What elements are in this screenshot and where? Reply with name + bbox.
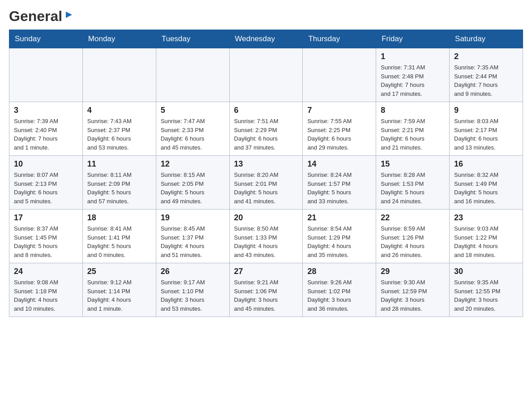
calendar-day-cell: 1Sunrise: 7:31 AM Sunset: 2:48 PM Daylig… xyxy=(376,48,450,102)
day-info: Sunrise: 9:35 AM Sunset: 12:55 PM Daylig… xyxy=(454,278,518,313)
day-number: 21 xyxy=(307,213,371,223)
calendar-day-cell: 2Sunrise: 7:35 AM Sunset: 2:44 PM Daylig… xyxy=(450,48,523,102)
calendar-week-row: 17Sunrise: 8:37 AM Sunset: 1:45 PM Dayli… xyxy=(9,210,523,263)
logo-arrow-icon xyxy=(64,10,74,21)
day-number: 25 xyxy=(87,267,151,276)
day-info: Sunrise: 7:51 AM Sunset: 2:29 PM Dayligh… xyxy=(234,117,298,152)
calendar-day-cell: 27Sunrise: 9:21 AM Sunset: 1:06 PM Dayli… xyxy=(229,263,303,317)
calendar-day-cell: 9Sunrise: 8:03 AM Sunset: 2:17 PM Daylig… xyxy=(450,102,523,156)
day-info: Sunrise: 8:24 AM Sunset: 1:57 PM Dayligh… xyxy=(307,171,371,206)
day-number: 10 xyxy=(14,159,78,169)
calendar-day-cell: 15Sunrise: 8:28 AM Sunset: 1:53 PM Dayli… xyxy=(376,156,450,210)
day-info: Sunrise: 8:32 AM Sunset: 1:49 PM Dayligh… xyxy=(454,171,518,206)
calendar-day-cell: 5Sunrise: 7:47 AM Sunset: 2:33 PM Daylig… xyxy=(156,102,229,156)
calendar-day-cell xyxy=(229,48,303,102)
day-number: 1 xyxy=(381,52,445,61)
day-number: 9 xyxy=(454,106,518,115)
day-number: 20 xyxy=(234,213,298,223)
calendar-day-cell: 10Sunrise: 8:07 AM Sunset: 2:13 PM Dayli… xyxy=(9,156,83,210)
day-number: 8 xyxy=(381,106,445,115)
day-info: Sunrise: 9:21 AM Sunset: 1:06 PM Dayligh… xyxy=(234,278,298,313)
day-info: Sunrise: 8:07 AM Sunset: 2:13 PM Dayligh… xyxy=(14,171,78,206)
day-number: 17 xyxy=(14,213,78,223)
day-info: Sunrise: 8:59 AM Sunset: 1:26 PM Dayligh… xyxy=(381,224,445,259)
day-number: 16 xyxy=(454,159,518,169)
page-header: General xyxy=(9,9,523,21)
calendar-day-cell: 22Sunrise: 8:59 AM Sunset: 1:26 PM Dayli… xyxy=(376,210,450,263)
calendar-day-cell: 8Sunrise: 7:59 AM Sunset: 2:21 PM Daylig… xyxy=(376,102,450,156)
calendar-day-cell: 19Sunrise: 8:45 AM Sunset: 1:37 PM Dayli… xyxy=(156,210,229,263)
day-number: 12 xyxy=(161,159,225,169)
day-number: 13 xyxy=(234,159,298,169)
calendar-day-cell: 21Sunrise: 8:54 AM Sunset: 1:29 PM Dayli… xyxy=(303,210,376,263)
day-number: 28 xyxy=(307,267,371,276)
day-number: 4 xyxy=(87,106,151,115)
day-info: Sunrise: 8:54 AM Sunset: 1:29 PM Dayligh… xyxy=(307,224,371,259)
logo-general-text: General xyxy=(9,9,62,23)
day-info: Sunrise: 8:11 AM Sunset: 2:09 PM Dayligh… xyxy=(87,171,151,206)
day-number: 22 xyxy=(381,213,445,223)
day-info: Sunrise: 7:55 AM Sunset: 2:25 PM Dayligh… xyxy=(307,117,371,152)
calendar-day-cell: 25Sunrise: 9:12 AM Sunset: 1:14 PM Dayli… xyxy=(82,263,156,317)
day-number: 5 xyxy=(161,106,225,115)
weekday-header-saturday: Saturday xyxy=(450,30,523,48)
day-info: Sunrise: 9:12 AM Sunset: 1:14 PM Dayligh… xyxy=(87,278,151,313)
day-info: Sunrise: 8:50 AM Sunset: 1:33 PM Dayligh… xyxy=(234,224,298,259)
calendar-day-cell: 3Sunrise: 7:39 AM Sunset: 2:40 PM Daylig… xyxy=(9,102,83,156)
calendar-day-cell: 26Sunrise: 9:17 AM Sunset: 1:10 PM Dayli… xyxy=(156,263,229,317)
day-info: Sunrise: 9:30 AM Sunset: 12:59 PM Daylig… xyxy=(381,278,445,313)
calendar-day-cell xyxy=(303,48,376,102)
calendar-day-cell: 23Sunrise: 9:03 AM Sunset: 1:22 PM Dayli… xyxy=(450,210,523,263)
day-number: 18 xyxy=(87,213,151,223)
svg-marker-0 xyxy=(66,12,72,18)
calendar-day-cell: 4Sunrise: 7:43 AM Sunset: 2:37 PM Daylig… xyxy=(82,102,156,156)
day-number: 23 xyxy=(454,213,518,223)
day-number: 6 xyxy=(234,106,298,115)
day-number: 2 xyxy=(454,52,518,61)
day-number: 29 xyxy=(381,267,445,276)
calendar-day-cell: 11Sunrise: 8:11 AM Sunset: 2:09 PM Dayli… xyxy=(82,156,156,210)
calendar-day-cell: 29Sunrise: 9:30 AM Sunset: 12:59 PM Dayl… xyxy=(376,263,450,317)
weekday-header-row: SundayMondayTuesdayWednesdayThursdayFrid… xyxy=(9,30,523,48)
day-number: 7 xyxy=(307,106,371,115)
calendar-day-cell: 30Sunrise: 9:35 AM Sunset: 12:55 PM Dayl… xyxy=(450,263,523,317)
day-info: Sunrise: 8:20 AM Sunset: 2:01 PM Dayligh… xyxy=(234,171,298,206)
weekday-header-sunday: Sunday xyxy=(9,30,83,48)
calendar-day-cell: 20Sunrise: 8:50 AM Sunset: 1:33 PM Dayli… xyxy=(229,210,303,263)
day-info: Sunrise: 8:28 AM Sunset: 1:53 PM Dayligh… xyxy=(381,171,445,206)
day-info: Sunrise: 9:26 AM Sunset: 1:02 PM Dayligh… xyxy=(307,278,371,313)
calendar-day-cell: 24Sunrise: 9:08 AM Sunset: 1:18 PM Dayli… xyxy=(9,263,83,317)
day-info: Sunrise: 7:31 AM Sunset: 2:48 PM Dayligh… xyxy=(381,63,445,98)
weekday-header-friday: Friday xyxy=(376,30,450,48)
day-number: 14 xyxy=(307,159,371,169)
day-number: 3 xyxy=(14,106,78,115)
day-info: Sunrise: 8:41 AM Sunset: 1:41 PM Dayligh… xyxy=(87,224,151,259)
day-number: 27 xyxy=(234,267,298,276)
day-number: 24 xyxy=(14,267,78,276)
day-info: Sunrise: 9:08 AM Sunset: 1:18 PM Dayligh… xyxy=(14,278,78,313)
calendar-day-cell: 14Sunrise: 8:24 AM Sunset: 1:57 PM Dayli… xyxy=(303,156,376,210)
day-number: 11 xyxy=(87,159,151,169)
calendar-week-row: 3Sunrise: 7:39 AM Sunset: 2:40 PM Daylig… xyxy=(9,102,523,156)
day-info: Sunrise: 7:39 AM Sunset: 2:40 PM Dayligh… xyxy=(14,117,78,152)
calendar-day-cell: 17Sunrise: 8:37 AM Sunset: 1:45 PM Dayli… xyxy=(9,210,83,263)
calendar-day-cell: 7Sunrise: 7:55 AM Sunset: 2:25 PM Daylig… xyxy=(303,102,376,156)
day-info: Sunrise: 8:37 AM Sunset: 1:45 PM Dayligh… xyxy=(14,224,78,259)
calendar-day-cell: 12Sunrise: 8:15 AM Sunset: 2:05 PM Dayli… xyxy=(156,156,229,210)
weekday-header-thursday: Thursday xyxy=(303,30,376,48)
day-number: 15 xyxy=(381,159,445,169)
day-info: Sunrise: 7:43 AM Sunset: 2:37 PM Dayligh… xyxy=(87,117,151,152)
day-info: Sunrise: 7:35 AM Sunset: 2:44 PM Dayligh… xyxy=(454,63,518,98)
weekday-header-monday: Monday xyxy=(82,30,156,48)
calendar-day-cell: 6Sunrise: 7:51 AM Sunset: 2:29 PM Daylig… xyxy=(229,102,303,156)
day-info: Sunrise: 9:17 AM Sunset: 1:10 PM Dayligh… xyxy=(161,278,225,313)
calendar-day-cell xyxy=(82,48,156,102)
calendar-day-cell: 18Sunrise: 8:41 AM Sunset: 1:41 PM Dayli… xyxy=(82,210,156,263)
day-info: Sunrise: 7:59 AM Sunset: 2:21 PM Dayligh… xyxy=(381,117,445,152)
day-info: Sunrise: 8:15 AM Sunset: 2:05 PM Dayligh… xyxy=(161,171,225,206)
calendar-week-row: 1Sunrise: 7:31 AM Sunset: 2:48 PM Daylig… xyxy=(9,48,523,102)
calendar-day-cell: 16Sunrise: 8:32 AM Sunset: 1:49 PM Dayli… xyxy=(450,156,523,210)
day-info: Sunrise: 9:03 AM Sunset: 1:22 PM Dayligh… xyxy=(454,224,518,259)
day-number: 19 xyxy=(161,213,225,223)
weekday-header-wednesday: Wednesday xyxy=(229,30,303,48)
